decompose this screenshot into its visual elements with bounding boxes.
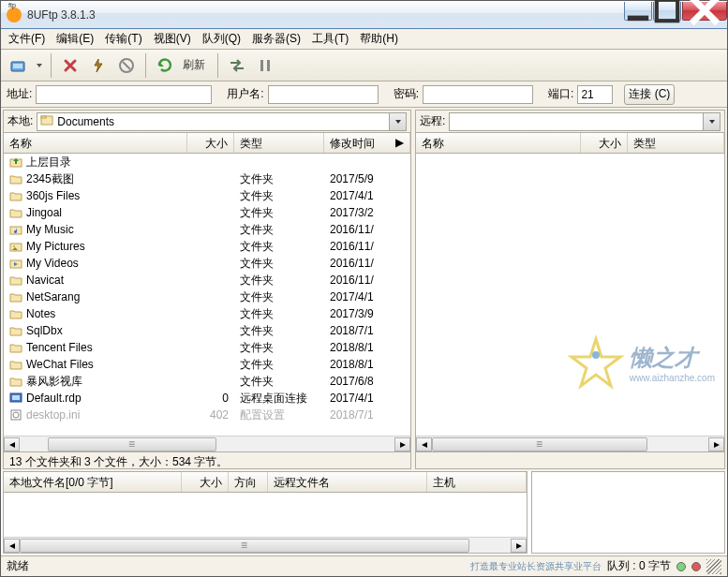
- col-type[interactable]: 类型: [628, 133, 724, 153]
- menu-transfer[interactable]: 传输(T): [99, 29, 147, 49]
- remote-label: 远程:: [420, 113, 445, 129]
- table-row[interactable]: NetSarang文件夹2017/4/1: [4, 288, 410, 305]
- queue-left: 本地文件名[0/0 字节] 大小 方向 远程文件名 主机 ◂ ≡ ▸: [3, 471, 527, 554]
- folder-icon: [9, 308, 22, 319]
- svg-rect-6: [267, 60, 270, 71]
- refresh-icon[interactable]: [153, 53, 177, 78]
- username-input[interactable]: [268, 85, 379, 104]
- password-label: 密码:: [394, 86, 419, 102]
- footer-text: 打造最专业站长资源共享业平台: [470, 560, 602, 573]
- up-icon: [9, 156, 22, 168]
- combo-dropdown-icon[interactable]: [389, 113, 406, 130]
- table-row[interactable]: SqlDbx文件夹2018/7/1: [4, 322, 410, 339]
- watermark-url: www.aizhanzhe.com: [630, 373, 715, 383]
- remote-path-combo[interactable]: [449, 112, 721, 131]
- table-row[interactable]: My Videos文件夹2016/11/: [4, 255, 410, 272]
- local-hscroll[interactable]: ◂ ≡ ▸: [4, 436, 410, 451]
- connect-dropdown[interactable]: [35, 62, 44, 69]
- scroll-left-icon[interactable]: ◂: [4, 539, 20, 553]
- menu-edit[interactable]: 编辑(E): [51, 29, 99, 49]
- pics-icon: [9, 241, 22, 252]
- svg-rect-15: [12, 395, 20, 400]
- menu-help[interactable]: 帮助(H): [354, 29, 404, 49]
- resize-grip-icon[interactable]: [706, 559, 721, 574]
- password-input[interactable]: [423, 85, 533, 104]
- table-row[interactable]: My Pictures文件夹2016/11/: [4, 238, 410, 255]
- menu-queue[interactable]: 队列(Q): [197, 29, 246, 49]
- table-row[interactable]: Default.rdp0远程桌面连接2017/4/1: [4, 390, 410, 407]
- col-name[interactable]: 名称: [416, 133, 581, 153]
- col-name[interactable]: 名称: [4, 133, 187, 153]
- qcol-remote[interactable]: 远程文件名: [268, 472, 427, 492]
- music-icon: [9, 224, 22, 235]
- remote-hscroll[interactable]: ◂ ≡ ▸: [416, 436, 724, 451]
- menu-server[interactable]: 服务器(S): [246, 29, 306, 49]
- table-row[interactable]: Notes文件夹2017/3/9: [4, 305, 410, 322]
- folder-icon: [9, 342, 22, 353]
- menu-file[interactable]: 文件(F): [3, 29, 51, 49]
- qcol-size[interactable]: 大小: [182, 472, 229, 492]
- connect-icon[interactable]: [7, 53, 31, 78]
- scroll-left-icon[interactable]: ◂: [4, 437, 20, 451]
- transfer-mode-icon[interactable]: [225, 53, 249, 78]
- close-button[interactable]: [682, 2, 727, 21]
- remote-grid-body[interactable]: 懒之才 www.aizhanzhe.com: [416, 154, 724, 436]
- local-label: 本地:: [7, 113, 33, 129]
- queue-body[interactable]: [4, 493, 527, 537]
- col-mtime[interactable]: 修改时间 ▶: [324, 133, 410, 153]
- log-body[interactable]: [532, 472, 724, 553]
- combo-dropdown-icon[interactable]: [703, 113, 720, 130]
- connect-button[interactable]: 连接 (C): [624, 84, 675, 105]
- table-row[interactable]: Tencent Files文件夹2018/8/1: [4, 339, 410, 356]
- table-row[interactable]: 上层目录: [4, 154, 410, 170]
- col-size[interactable]: 大小: [581, 133, 628, 153]
- minimize-button[interactable]: [624, 2, 652, 21]
- table-row[interactable]: WeChat Files文件夹2018/8/1: [4, 356, 410, 373]
- remote-status: [416, 451, 724, 468]
- port-input[interactable]: [577, 85, 613, 104]
- table-row[interactable]: My Music文件夹2016/11/: [4, 221, 410, 238]
- table-row[interactable]: desktop.ini402配置设置2018/7/1: [4, 407, 410, 423]
- menu-tools[interactable]: 工具(T): [306, 29, 354, 49]
- folder-icon: [9, 291, 22, 303]
- qcol-dir[interactable]: 方向: [229, 472, 268, 492]
- reconnect-icon[interactable]: [86, 53, 111, 78]
- maximize-button[interactable]: [653, 2, 681, 21]
- qcol-local[interactable]: 本地文件名[0/0 字节]: [4, 472, 182, 492]
- local-path-combo[interactable]: Documents: [37, 112, 407, 131]
- stop-icon[interactable]: [114, 53, 139, 78]
- table-row[interactable]: Navicat文件夹2016/11/: [4, 272, 410, 288]
- remote-grid-header: 名称 大小 类型: [416, 133, 724, 154]
- col-size[interactable]: 大小: [187, 133, 234, 153]
- menu-view[interactable]: 视图(V): [148, 29, 197, 49]
- scroll-thumb[interactable]: ≡: [432, 437, 647, 451]
- local-path-row: 本地: Documents: [4, 111, 410, 133]
- scroll-thumb[interactable]: ≡: [48, 437, 216, 451]
- svg-rect-8: [41, 116, 46, 118]
- pause-icon[interactable]: [253, 53, 277, 78]
- documents-icon: [40, 114, 53, 128]
- scroll-thumb[interactable]: ≡: [20, 539, 469, 553]
- qcol-host[interactable]: 主机: [427, 472, 527, 492]
- table-row[interactable]: 暴风影视库文件夹2017/6/8: [4, 373, 410, 390]
- window-title: 8UFtp 3.8.1.3: [27, 8, 623, 22]
- queue-hscroll[interactable]: ◂ ≡ ▸: [4, 537, 527, 553]
- table-row[interactable]: 2345截图文件夹2017/5/9: [4, 170, 410, 187]
- scroll-right-icon[interactable]: ▸: [708, 437, 724, 451]
- scroll-left-icon[interactable]: ◂: [416, 437, 432, 451]
- scroll-right-icon[interactable]: ▸: [511, 539, 527, 553]
- separator: [145, 53, 146, 78]
- cancel-icon[interactable]: [58, 53, 82, 78]
- rdp-icon: [9, 392, 22, 404]
- address-input[interactable]: [36, 85, 212, 104]
- menubar: 文件(F) 编辑(E) 传输(T) 视图(V) 队列(Q) 服务器(S) 工具(…: [1, 29, 727, 50]
- address-label: 地址:: [7, 86, 32, 102]
- folder-icon: [9, 190, 22, 201]
- local-grid-header: 名称 大小 类型 修改时间 ▶: [4, 133, 410, 154]
- col-type[interactable]: 类型: [234, 133, 324, 153]
- scroll-right-icon[interactable]: ▸: [394, 437, 410, 451]
- folder-icon: [9, 173, 22, 185]
- table-row[interactable]: 360js Files文件夹2017/4/1: [4, 187, 410, 204]
- table-row[interactable]: Jingoal文件夹2017/3/2: [4, 204, 410, 221]
- local-grid-body[interactable]: 上层目录2345截图文件夹2017/5/9360js Files文件夹2017/…: [4, 154, 410, 436]
